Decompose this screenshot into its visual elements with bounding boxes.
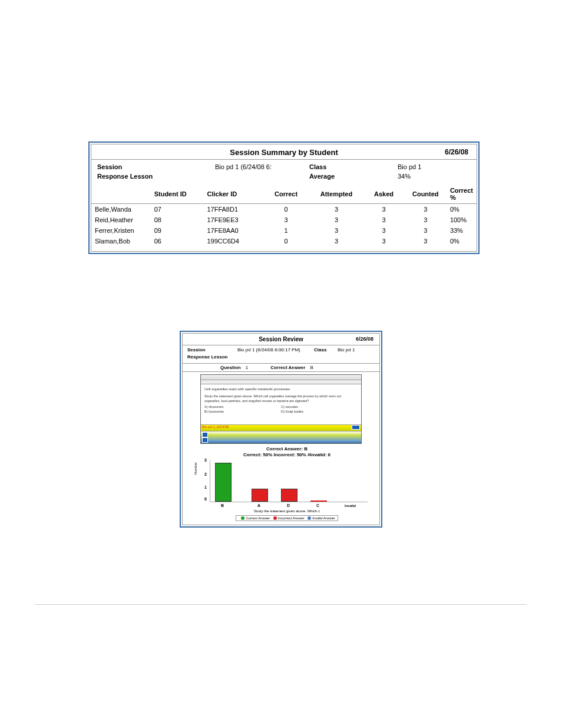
report-title: Session Summary by Student (230, 148, 338, 157)
slide-thumbnail: Cell organelles react with specific meta… (200, 374, 362, 444)
chart-legend: Correct Answer Incorrect Answer Invalid … (236, 515, 338, 521)
correct-answer-label: Correct Answer (268, 365, 308, 370)
col-name (91, 185, 151, 204)
cell-name: Reid,Heather (91, 215, 151, 225)
slide-ribbon (201, 380, 361, 384)
review-date: 6/26/08 (356, 336, 373, 342)
slide-option-a: A) ribosomes (204, 404, 281, 409)
legend-incorrect: Incorrect Answer (278, 516, 305, 520)
correct-answer-value: B (308, 365, 315, 370)
slide-yellow-bar: Bio pd 1_6/24/08 (201, 424, 361, 431)
table-row: Ferrer,Kristen0917FE8AA0133333% (91, 225, 477, 236)
review-class-label: Class (314, 347, 338, 354)
slide-footer-label: Bio pd 1_6/24/08 (202, 425, 229, 429)
cell-student-id: 07 (151, 204, 204, 215)
cell-clicker-id: 17FE8AA0 (203, 225, 262, 236)
bar-b (215, 463, 232, 502)
col-correct-pct: Correct % (447, 185, 477, 204)
bar-a (252, 489, 268, 502)
legend-invalid: Invalid Answer (312, 516, 335, 520)
xcat-b: B (221, 503, 224, 508)
ytick-2: 2 (204, 472, 207, 476)
col-asked: Asked (363, 185, 404, 204)
cell-asked: 3 (363, 236, 404, 246)
slide-question: Study the statement given above. Which c… (204, 394, 358, 403)
col-counted: Counted (405, 185, 447, 204)
report-meta: Session Bio pd 1 (6/24/08 6: Class Bio p… (91, 160, 477, 185)
question-label: Question (218, 365, 243, 370)
average-value: 34% (398, 172, 411, 181)
session-review-report: Session Review 6/26/08 Session Bio pd 1 … (180, 331, 382, 528)
class-label: Class (309, 162, 398, 172)
ytick-3: 3 (204, 458, 207, 462)
ytick-1: 1 (204, 485, 207, 489)
review-title-row: Session Review 6/26/08 (183, 334, 379, 345)
class-value: Bio pd 1 (398, 162, 421, 172)
cell-correct: 0 (262, 204, 309, 215)
cell-attempted: 3 (310, 236, 363, 246)
cell-attempted: 3 (310, 215, 363, 225)
slide-toolbar (201, 375, 361, 380)
legend-dot-correct-icon (241, 516, 244, 520)
cell-clicker-id: 17FE9EE3 (203, 215, 262, 225)
chart-xlabel: Study the statement given above. Which c (200, 509, 373, 513)
slide-option-d: D) Golgi bodies (281, 409, 303, 414)
review-session-value: Bio pd 1 (6/24/08 6:00:17 PM) (237, 347, 314, 354)
xcat-c: C (316, 503, 319, 508)
cell-asked: 3 (363, 204, 404, 215)
slide-option-b: B) lysosomes (204, 409, 281, 414)
question-number: 1 (243, 365, 250, 370)
cell-attempted: 3 (310, 204, 363, 215)
page-footer-rule (35, 604, 527, 605)
table-header-row: Student ID Clicker ID Correct Attempted … (91, 185, 477, 204)
session-label: Session (97, 162, 215, 172)
bar-chart: Number 3 2 1 0 B A D C Invalid (210, 460, 368, 502)
report-title-row: Session Summary by Student 6/26/08 (91, 144, 477, 159)
table-row: Slaman,Bob06199CC6D403330% (91, 236, 477, 246)
cell-correct: 1 (262, 225, 309, 236)
cell-counted: 3 (405, 215, 447, 225)
legend-correct: Correct Answer (246, 516, 270, 520)
chart-title: Correct Answer: B (200, 446, 373, 452)
cell-correct-pct: 0% (447, 204, 477, 215)
review-title: Session Review (259, 336, 303, 342)
cell-correct-pct: 33% (447, 225, 477, 236)
table-row: Reid,Heather0817FE9EE33333100% (91, 215, 477, 225)
legend-dot-invalid-icon (308, 516, 311, 520)
review-rl-label: Response Lesson (187, 354, 237, 361)
cell-asked: 3 (363, 215, 404, 225)
ytick-0: 0 (204, 497, 207, 501)
xcat-a: A (257, 503, 260, 508)
chart-area: Correct Answer: B Correct: 50% Incorrect… (200, 446, 373, 521)
session-summary-report: Session Summary by Student 6/26/08 Sessi… (88, 141, 480, 254)
col-attempted: Attempted (310, 185, 363, 204)
cell-correct: 3 (262, 215, 309, 225)
col-correct: Correct (262, 185, 309, 204)
session-value: Bio pd 1 (6/24/08 6: (215, 162, 303, 172)
slide-footer-icon (202, 432, 208, 437)
slide-option-c: C) vacuoles (281, 404, 303, 409)
col-student-id: Student ID (151, 185, 204, 204)
cell-name: Slaman,Bob (91, 236, 151, 246)
slide-footer-icon (202, 437, 208, 443)
question-row: Question 1 Correct Answer B (183, 363, 379, 372)
col-clicker-id: Clicker ID (203, 185, 262, 204)
review-class-value: Bio pd 1 (338, 347, 355, 354)
cell-counted: 3 (405, 225, 447, 236)
slide-play-button[interactable] (352, 425, 360, 430)
cell-correct: 0 (262, 236, 309, 246)
chart-subtitle: Correct: 50% Incorrect: 50% #Invalid: 0 (200, 452, 373, 458)
cell-name: Ferrer,Kristen (91, 225, 151, 236)
cell-student-id: 08 (151, 215, 204, 225)
xcat-d: D (287, 503, 290, 508)
cell-clicker-id: 17FFA8D1 (203, 204, 262, 215)
cell-clicker-id: 199CC6D4 (203, 236, 262, 246)
bar-c (310, 500, 327, 502)
cell-correct-pct: 100% (447, 215, 477, 225)
cell-counted: 3 (405, 236, 447, 246)
cell-counted: 3 (405, 204, 447, 215)
bar-d (281, 489, 297, 502)
average-label: Average (309, 172, 398, 181)
student-table: Student ID Clicker ID Correct Attempted … (91, 185, 477, 246)
table-row: Belle,Wanda0717FFA8D103330% (91, 204, 477, 215)
